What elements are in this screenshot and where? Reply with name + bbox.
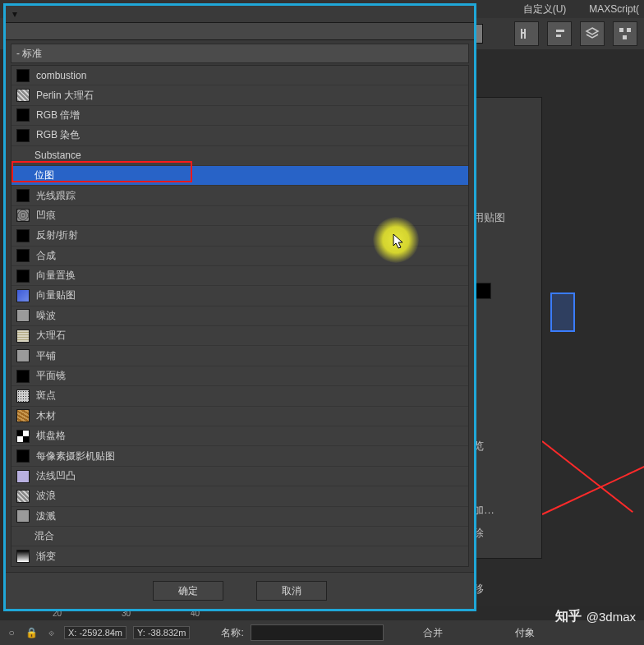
map-swatch-icon [16, 409, 30, 422]
map-list-item[interactable]: 大理石 [12, 326, 468, 346]
map-swatch-icon [16, 509, 30, 523]
map-swatch-icon [16, 270, 30, 283]
map-swatch-icon [16, 170, 28, 182]
map-swatch-icon [16, 289, 30, 302]
map-item-label: 光线跟踪 [36, 189, 76, 203]
map-list-item[interactable]: 向量置换 [12, 266, 468, 286]
zhihu-logo: 知乎 [555, 608, 582, 625]
map-item-label: 噪波 [36, 309, 56, 323]
svg-rect-2 [623, 35, 627, 39]
map-list-item[interactable]: 斑点 [12, 386, 468, 406]
map-swatch-icon [16, 309, 30, 322]
map-swatch-icon [16, 89, 30, 102]
search-bar [6, 22, 474, 40]
map-swatch-icon [16, 108, 30, 122]
map-swatch-icon [16, 229, 30, 242]
map-item-label: 平铺 [36, 349, 56, 363]
merge-label: 合并 [423, 626, 443, 640]
category-header-standard[interactable]: - 标准 [11, 44, 469, 63]
map-item-label: 泼溅 [36, 509, 56, 523]
map-list-item[interactable]: RGB 倍增 [12, 106, 468, 126]
map-list-item[interactable]: 凹痕 [12, 206, 468, 226]
map-list-item[interactable]: 混合 [12, 527, 468, 546]
watermark: 知乎 @3dmax [555, 608, 636, 625]
map-list-item[interactable]: RGB 染色 [12, 126, 468, 145]
selection-lock-icon[interactable]: ○ [5, 626, 18, 639]
map-swatch-icon [16, 389, 30, 403]
snap-icon[interactable]: ⟐ [44, 626, 58, 639]
lock-icon[interactable]: 🔒 [25, 626, 38, 639]
watermark-handle: @3dmax [586, 610, 636, 624]
map-list-item[interactable]: 渐变 [12, 546, 468, 566]
map-list-item[interactable]: 反射/折射 [12, 226, 468, 246]
map-list-item[interactable]: 噪波 [12, 306, 468, 326]
toolbar-align-icon[interactable] [514, 21, 539, 46]
map-list-item[interactable]: 波浪 [12, 486, 468, 506]
status-coord-y: Y: -38.832m [133, 626, 190, 639]
toolbar-align-left-icon[interactable] [547, 21, 572, 46]
menu-maxscript[interactable]: MAXScript( [589, 3, 639, 15]
map-swatch-icon [16, 349, 30, 362]
map-item-label: 法线凹凸 [36, 469, 76, 483]
toolbar-schematic-icon[interactable] [613, 21, 637, 46]
map-swatch-icon [16, 249, 30, 262]
object-label: 付象 [515, 626, 535, 640]
map-item-label: 木材 [36, 409, 56, 423]
map-item-label: 向量贴图 [36, 288, 76, 302]
map-item-label: RGB 倍增 [36, 108, 80, 122]
dialog-menu-icon[interactable]: ▾ [9, 8, 21, 20]
dialog-footer: 确定 取消 [6, 572, 474, 609]
map-swatch-icon [16, 209, 30, 222]
map-item-label: 渐变 [36, 550, 56, 564]
map-list-item[interactable]: 平铺 [12, 346, 468, 366]
svg-rect-0 [619, 28, 623, 32]
map-swatch-icon [16, 550, 30, 563]
map-list-item[interactable]: 每像素摄影机贴图 [12, 446, 468, 466]
map-list-item[interactable]: Perlin 大理石 [12, 85, 468, 105]
map-swatch-icon [16, 449, 30, 463]
map-swatch-icon [16, 329, 30, 343]
map-item-label: 每像素摄影机贴图 [36, 449, 115, 463]
map-swatch-icon [16, 129, 30, 142]
map-item-label: 凹痕 [36, 209, 56, 223]
map-item-label: 反射/折射 [36, 228, 78, 242]
cancel-button[interactable]: 取消 [256, 581, 327, 601]
map-item-label: 向量置换 [36, 269, 76, 283]
map-item-label: 混合 [34, 529, 54, 543]
map-list-item[interactable]: 光线跟踪 [12, 186, 468, 205]
map-list-item[interactable]: 木材 [12, 407, 468, 426]
map-list-item[interactable]: combustion [12, 66, 468, 85]
toolbar-layers-icon[interactable] [580, 21, 605, 46]
map-item-label: combustion [36, 70, 86, 81]
map-item-label: 波浪 [36, 489, 56, 503]
name-field-label: 名称: [221, 626, 243, 640]
ok-button[interactable]: 确定 [153, 581, 223, 601]
name-field[interactable] [251, 624, 384, 641]
map-item-label: Substance [34, 150, 81, 161]
map-list: combustionPerlin 大理石RGB 倍增RGB 染色Substanc… [11, 65, 469, 567]
map-list-item[interactable]: 向量贴图 [12, 286, 468, 306]
map-item-label: 棋盘格 [36, 429, 66, 443]
map-list-item[interactable]: 法线凹凸 [12, 467, 468, 486]
menu-customize[interactable]: 自定义(U) [523, 2, 567, 16]
map-swatch-icon [16, 470, 30, 483]
viewport-gizmo [550, 293, 575, 332]
map-swatch-icon [16, 430, 30, 443]
map-swatch-icon [16, 189, 30, 202]
map-list-item[interactable]: 合成 [12, 246, 468, 266]
map-item-label: 位图 [34, 168, 54, 182]
map-item-label: 斑点 [36, 389, 56, 403]
map-swatch-icon [16, 69, 30, 82]
status-coord-x: X: -2592.84m [64, 626, 126, 639]
map-item-label: Perlin 大理石 [36, 89, 94, 103]
panel-map-label: 用贴图 [473, 210, 505, 225]
map-list-item[interactable]: 平面镜 [12, 366, 468, 386]
map-list-item[interactable]: 棋盘格 [12, 426, 468, 446]
map-list-item[interactable]: 位图 [12, 166, 468, 186]
map-swatch-icon [16, 150, 28, 161]
map-list-item[interactable]: 泼溅 [12, 507, 468, 527]
map-item-label: 平面镜 [36, 369, 66, 383]
map-item-label: 合成 [36, 249, 56, 263]
search-by-name-input[interactable] [6, 25, 474, 37]
map-list-item[interactable]: Substance [12, 146, 468, 166]
